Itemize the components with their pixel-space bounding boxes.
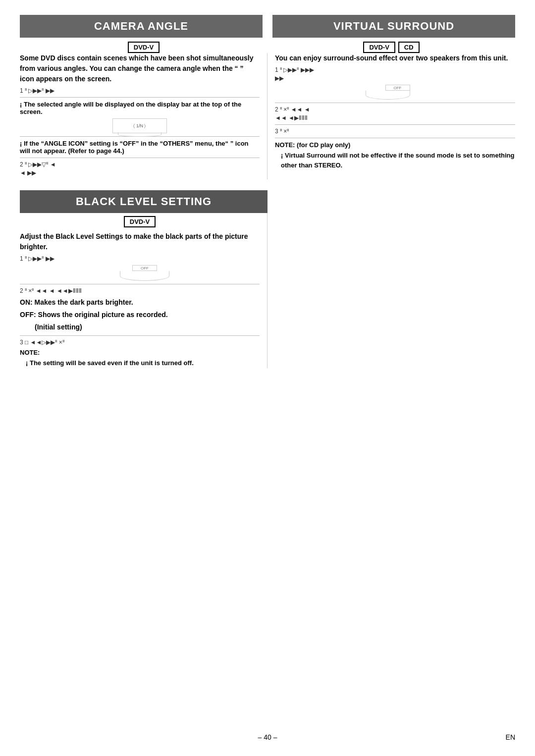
black-level-title: BLACK LEVEL SETTING — [20, 190, 268, 213]
bl-step1-row: 1 ᑊᑊ ▷▶▶ᑊᑊ ▶▶ — [20, 255, 260, 262]
vs-step3-icons: 3 ᑊᑊ ×ᑊᑊ — [275, 128, 515, 135]
cd-badge-right: CD — [398, 42, 420, 53]
bl-divider-2 — [20, 335, 260, 336]
bullet-1: ¡ — [20, 101, 24, 108]
right-header-col: VIRTUAL SURROUND — [268, 15, 515, 38]
bl-bullet: ¡ — [26, 359, 30, 367]
device-box-container-2: OFF — [366, 85, 410, 100]
virtual-surround-body: You can enjoy surround-sound effect over… — [275, 53, 515, 63]
divider-1 — [20, 97, 260, 98]
dvd-v-badge-right: DVD-V — [363, 42, 395, 53]
bl-step3-row: 3 □ ◄◄▷▶▶ᑊᑊ ×ᑊᑊ — [20, 339, 260, 346]
vs-step1-row: 1 ᑊᑊ ▷▶▶ᑊᑊ ▶▶▶ — [275, 66, 515, 73]
device-illustration-2: OFF — [275, 85, 515, 100]
black-level-left: DVD-V Adjust the Black Level Settings to… — [20, 213, 268, 368]
bl-step3: 3 □ ◄◄▷▶▶ᑊᑊ ×ᑊᑊ — [20, 339, 260, 346]
vs-step2: 2 ᑊᑊ ×ᑊᑊ ◄◄ ◄ ◄◄ ◄▶ⅡⅡⅡ — [275, 106, 515, 121]
bl-step2-row: 2 ᑊᑊ ×ᑊᑊ ◄◄ ◄ ◄◄▶ⅡⅡⅡ — [20, 287, 260, 294]
page-footer: – 40 – EN — [0, 733, 535, 741]
vs-step2-row: 2 ᑊᑊ ×ᑊᑊ ◄◄ ◄ — [275, 106, 515, 113]
bl-off-text: OFF: Shows the original picture as recor… — [20, 310, 260, 320]
vs-step2b-row: ◄◄ ◄▶ⅡⅡⅡ — [275, 114, 515, 121]
vs-step1-icons: 1 ᑊᑊ ▷▶▶ᑊᑊ ▶▶▶ — [275, 66, 515, 73]
cam-step1-row: 1 ᑊᑊ ▷▶▶ᑊᑊ ▶▶ — [20, 87, 260, 94]
vs-step2b-icons: ◄◄ ◄▶ⅡⅡⅡ — [275, 114, 515, 121]
footer-page-number: – 40 – — [258, 733, 277, 741]
cam-note1: ¡ The selected angle will be displayed o… — [20, 101, 260, 115]
bl-step2: 2 ᑊᑊ ×ᑊᑊ ◄◄ ◄ ◄◄▶ⅡⅡⅡ — [20, 287, 260, 294]
bl-initial-text: (Initial setting) — [35, 322, 260, 332]
cam-step2-icons: 2 ᑊᑊ ▷▶▶▽ᑊᑊ ◄ — [20, 161, 260, 168]
bl-divider-1 — [20, 284, 260, 284]
vs-divider-3 — [275, 138, 515, 138]
bl-step1: 1 ᑊᑊ ▷▶▶ᑊᑊ ▶▶ — [20, 255, 260, 262]
bl-step1-icons: 1 ᑊᑊ ▷▶▶ᑊᑊ ▶▶ — [20, 255, 260, 262]
left-badge-container: DVD-V — [20, 42, 268, 53]
virtual-surround-title: VIRTUAL SURROUND — [272, 15, 515, 38]
top-headers: CAMERA ANGLE VIRTUAL SURROUND — [20, 15, 515, 38]
bl-step3-icons: 3 □ ◄◄▷▶▶ᑊᑊ ×ᑊᑊ — [20, 339, 260, 346]
device-box-3-container: OFF — [120, 265, 169, 281]
bullet-2: ¡ — [20, 140, 24, 147]
two-col-content: Some DVD discs contain scenes which have… — [20, 53, 515, 179]
cam-step2b-row: ◄ ▶▶ — [20, 169, 260, 176]
cam-step2: 2 ᑊᑊ ▷▶▶▽ᑊᑊ ◄ ◄ ▶▶ — [20, 161, 260, 176]
cam-step1-icons: 1 ᑊᑊ ▷▶▶ᑊᑊ ▶▶ — [20, 87, 260, 94]
camera-angle-body: Some DVD discs contain scenes which have… — [20, 53, 260, 84]
bl-note-body: ¡ The setting will be saved even if the … — [26, 358, 260, 368]
vs-divider-1 — [275, 103, 515, 103]
dvd-v-badge-left: DVD-V — [128, 42, 160, 53]
bl-dvd-badge: DVD-V — [124, 216, 156, 227]
divider-3 — [20, 158, 260, 158]
vs-note-body: ¡ Virtual Surround will not be effective… — [281, 151, 515, 170]
off-indicator: OFF — [385, 85, 410, 91]
device-illustration-1: 〈 1/N 〉 — [20, 118, 260, 133]
device-body-2 — [366, 91, 410, 100]
black-level-right-empty — [268, 213, 515, 368]
black-level-header-container: BLACK LEVEL SETTING — [20, 190, 515, 213]
device-box-1: 〈 1/N 〉 — [112, 118, 167, 133]
vs-bullet: ¡ — [281, 152, 285, 159]
vs-step1b-icons: ▶▶ — [275, 75, 515, 82]
badge-row-container: DVD-V DVD-V CD — [20, 42, 515, 53]
device-label-1: 〈 1/N 〉 — [133, 123, 146, 129]
bl-on-text: ON: Makes the dark parts brighter. — [20, 297, 260, 308]
right-badge-container: DVD-V CD — [268, 42, 515, 53]
device-body-3 — [120, 271, 169, 281]
vs-step2-icons: 2 ᑊᑊ ×ᑊᑊ ◄◄ ◄ — [275, 106, 515, 113]
vs-divider-2 — [275, 124, 515, 125]
virtual-surround-content: You can enjoy surround-sound effect over… — [268, 53, 515, 179]
cam-step1: 1 ᑊᑊ ▷▶▶ᑊᑊ ▶▶ — [20, 87, 260, 94]
camera-angle-content: Some DVD discs contain scenes which have… — [20, 53, 268, 179]
off-indicator-3: OFF — [132, 265, 157, 271]
page: CAMERA ANGLE VIRTUAL SURROUND DVD-V DVD-… — [0, 0, 535, 756]
camera-angle-title: CAMERA ANGLE — [20, 15, 263, 38]
vs-step1b-row: ▶▶ — [275, 75, 515, 82]
bl-note-label: NOTE: — [20, 349, 260, 356]
black-level-section: DVD-V Adjust the Black Level Settings to… — [20, 213, 515, 368]
cam-step2b-icons: ◄ ▶▶ — [20, 169, 260, 176]
cam-note2: ¡ If the “ANGLE ICON” setting is “OFF” i… — [20, 140, 260, 155]
vs-step3: 3 ᑊᑊ ×ᑊᑊ — [275, 128, 515, 135]
left-header-col: CAMERA ANGLE — [20, 15, 268, 38]
cam-step2-row: 2 ᑊᑊ ▷▶▶▽ᑊᑊ ◄ — [20, 161, 260, 168]
bl-step2-icons: 2 ᑊᑊ ×ᑊᑊ ◄◄ ◄ ◄◄▶ⅡⅡⅡ — [20, 287, 260, 294]
bl-body: Adjust the Black Level Settings to make … — [20, 231, 260, 252]
bl-badge-row: DVD-V — [20, 216, 260, 227]
vs-step3-row: 3 ᑊᑊ ×ᑊᑊ — [275, 128, 515, 135]
vs-step1: 1 ᑊᑊ ▷▶▶ᑊᑊ ▶▶▶ ▶▶ — [275, 66, 515, 82]
device-illustration-3: OFF — [20, 265, 260, 281]
vs-note-label: NOTE: (for CD play only) — [275, 141, 515, 149]
footer-en: EN — [506, 733, 515, 741]
